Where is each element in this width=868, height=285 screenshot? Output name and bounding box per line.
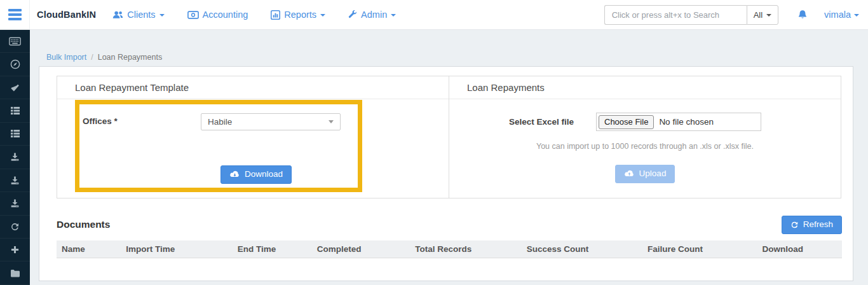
sidebar-item-keyboard[interactable] [0, 30, 30, 53]
main-content: Bulk Import / Loan Repayments Loan Repay… [30, 30, 868, 285]
table-header-row: Name Import Time End Time Completed Tota… [57, 240, 842, 258]
top-navbar: CloudBankIN Clients Accounting Reports [0, 0, 868, 30]
search-filter-label: All [754, 10, 763, 20]
users-icon [112, 10, 123, 19]
download-icon [10, 198, 20, 208]
wrench-icon [348, 10, 357, 19]
choose-file-button[interactable]: Choose File [599, 115, 654, 129]
sidebar-item-refresh[interactable] [0, 216, 30, 239]
offices-select[interactable]: Habile [201, 113, 341, 130]
upload-button-label: Upload [639, 169, 667, 179]
nav-clients[interactable]: Clients [112, 10, 164, 20]
chevron-down-icon [159, 14, 165, 17]
refresh-icon [790, 221, 799, 229]
th-list-icon [10, 106, 20, 115]
cloud-download-icon [229, 170, 240, 178]
column-header-name: Name [57, 240, 121, 258]
nav-accounting[interactable]: Accounting [187, 10, 248, 20]
cloud-upload-icon [624, 170, 635, 177]
nav-admin[interactable]: Admin [348, 10, 396, 20]
chevron-down-icon [329, 120, 334, 123]
offices-select-value: Habile [208, 117, 232, 127]
chevron-down-icon [391, 14, 396, 17]
excel-file-input[interactable]: Choose File No file chosen [596, 113, 761, 131]
check-icon [10, 83, 20, 92]
nav-admin-label: Admin [361, 10, 387, 20]
column-header-failure-count: Failure Count [642, 240, 757, 258]
compass-icon [10, 59, 20, 69]
loan-repayment-template-panel: Loan Repayment Template Offices * Habile [57, 76, 449, 198]
sidebar-item-approvals[interactable] [0, 76, 30, 99]
download-button[interactable]: Download [220, 165, 292, 184]
nav-reports-label: Reports [284, 10, 316, 20]
download-button-label: Download [245, 170, 283, 179]
breadcrumb-separator: / [91, 53, 93, 62]
user-menu[interactable]: vimala [824, 10, 859, 20]
refresh-button-label: Refresh [803, 220, 833, 230]
column-header-end-time: End Time [233, 240, 312, 258]
sidebar-item-list-2[interactable] [0, 123, 30, 146]
hamburger-icon [8, 9, 22, 11]
chevron-down-icon [854, 14, 859, 17]
offices-label: Offices * [83, 113, 201, 126]
content-card: Loan Repayment Template Offices * Habile [39, 66, 853, 281]
refresh-icon [10, 222, 20, 232]
left-sidebar [0, 30, 30, 285]
sidebar-toggle-button[interactable] [0, 0, 30, 29]
nav-clients-label: Clients [127, 10, 155, 20]
breadcrumb-bulk-import-link[interactable]: Bulk Import [46, 53, 86, 62]
navbar-right: All vimala [604, 5, 859, 25]
column-header-total-records: Total Records [410, 240, 522, 258]
column-header-completed: Completed [312, 240, 410, 258]
chevron-down-icon [320, 14, 325, 17]
main-menu: Clients Accounting Reports Admin [112, 10, 396, 20]
keyboard-icon [9, 37, 21, 46]
nav-reports[interactable]: Reports [271, 10, 325, 20]
column-header-download: Download [757, 240, 842, 258]
plus-icon [11, 246, 19, 254]
sidebar-item-list-1[interactable] [0, 99, 30, 122]
upload-button[interactable]: Upload [615, 165, 675, 183]
sidebar-item-documents[interactable] [0, 261, 30, 284]
chevron-down-icon [766, 14, 771, 17]
user-name: vimala [824, 10, 851, 20]
documents-title: Documents [57, 219, 110, 230]
tutorial-highlight-box: Offices * Habile Download [75, 100, 362, 192]
th-list-icon [10, 129, 20, 138]
search-input[interactable] [604, 5, 747, 25]
documents-table: Name Import Time End Time Completed Tota… [57, 240, 842, 275]
download-icon [10, 176, 20, 185]
sidebar-item-add[interactable] [0, 239, 30, 261]
column-header-import-time: Import Time [121, 240, 233, 258]
search-filter-dropdown[interactable]: All [747, 5, 778, 25]
import-helper-text: You can import up to 1000 records throug… [449, 142, 841, 151]
refresh-button[interactable]: Refresh [782, 216, 842, 234]
repayments-panel-title: Loan Repayments [449, 76, 841, 99]
template-panel-title: Loan Repayment Template [57, 76, 449, 99]
folder-icon [10, 269, 20, 277]
sidebar-item-import-3[interactable] [0, 192, 30, 215]
loan-repayments-panel: Loan Repayments Select Excel file Choose… [449, 76, 841, 198]
global-search: All [604, 5, 778, 25]
download-icon [10, 152, 20, 162]
brand-logo[interactable]: CloudBankIN [37, 10, 96, 20]
notifications-bell-icon[interactable] [797, 10, 808, 20]
money-icon [187, 11, 199, 19]
bar-chart-icon [271, 10, 280, 20]
nav-accounting-label: Accounting [203, 10, 248, 20]
breadcrumb-current: Loan Repayments [98, 53, 162, 62]
sidebar-item-import-1[interactable] [0, 146, 30, 169]
sidebar-item-import-2[interactable] [0, 169, 30, 192]
column-header-success-count: Success Count [522, 240, 642, 258]
breadcrumb: Bulk Import / Loan Repayments [46, 53, 853, 62]
empty-table-row [57, 258, 842, 274]
select-excel-file-label: Select Excel file [449, 117, 574, 127]
sidebar-item-dashboard[interactable] [0, 53, 30, 76]
no-file-chosen-text: No file chosen [659, 117, 714, 127]
